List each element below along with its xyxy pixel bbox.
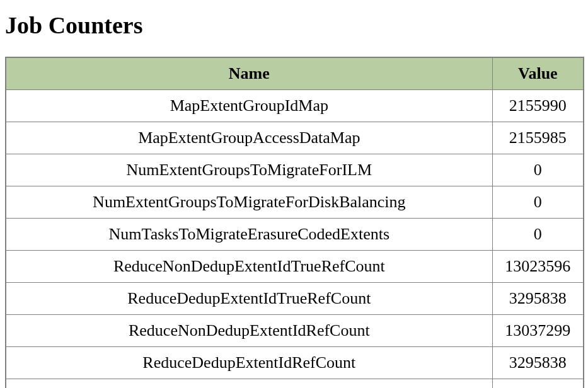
table-row: MapExtentGroupAccessDataMap 2155985 — [6, 122, 584, 154]
counter-name: ReduceDedupExtentIdRefCount — [6, 347, 492, 379]
counter-name: ReduceDiskIdExtentGroupId — [6, 379, 492, 389]
table-row: ReduceNonDedupExtentIdRefCount 13037299 — [6, 315, 584, 347]
table-row: NumExtentGroupsToMigrateForILM 0 — [6, 154, 584, 186]
counter-value: 13037299 — [492, 315, 584, 347]
counter-value: 2155985 — [492, 122, 584, 154]
counter-value: 3295838 — [492, 283, 584, 315]
table-row: NumTasksToMigrateErasureCodedExtents 0 — [6, 219, 584, 251]
counter-value: 3753217 — [492, 379, 584, 389]
table-row: ReduceDiskIdExtentGroupId 3753217 — [6, 379, 584, 389]
table-row: ReduceDedupExtentIdRefCount 3295838 — [6, 347, 584, 379]
counter-name: NumTasksToMigrateErasureCodedExtents — [6, 219, 492, 251]
job-counters-table: Name Value MapExtentGroupIdMap 2155990 M… — [5, 57, 584, 388]
counter-value: 0 — [492, 154, 584, 186]
counter-value: 13023596 — [492, 251, 584, 283]
table-row: MapExtentGroupIdMap 2155990 — [6, 90, 584, 122]
page-title: Job Counters — [5, 11, 583, 39]
counter-name: ReduceNonDedupExtentIdTrueRefCount — [6, 251, 492, 283]
counter-name: ReduceNonDedupExtentIdRefCount — [6, 315, 492, 347]
table-row: NumExtentGroupsToMigrateForDiskBalancing… — [6, 186, 584, 219]
table-row: ReduceNonDedupExtentIdTrueRefCount 13023… — [6, 251, 584, 283]
counter-value: 3295838 — [492, 347, 584, 379]
counter-name: MapExtentGroupAccessDataMap — [6, 122, 492, 154]
counter-name: NumExtentGroupsToMigrateForDiskBalancing — [6, 186, 492, 219]
counter-name: ReduceDedupExtentIdTrueRefCount — [6, 283, 492, 315]
counter-value: 2155990 — [492, 90, 584, 122]
counter-name: MapExtentGroupIdMap — [6, 90, 492, 122]
counter-value: 0 — [492, 219, 584, 251]
table-row: ReduceDedupExtentIdTrueRefCount 3295838 — [6, 283, 584, 315]
header-value: Value — [492, 57, 584, 90]
counter-value: 0 — [492, 186, 584, 219]
counter-name: NumExtentGroupsToMigrateForILM — [6, 154, 492, 186]
header-name: Name — [6, 57, 492, 90]
table-header-row: Name Value — [6, 57, 584, 90]
